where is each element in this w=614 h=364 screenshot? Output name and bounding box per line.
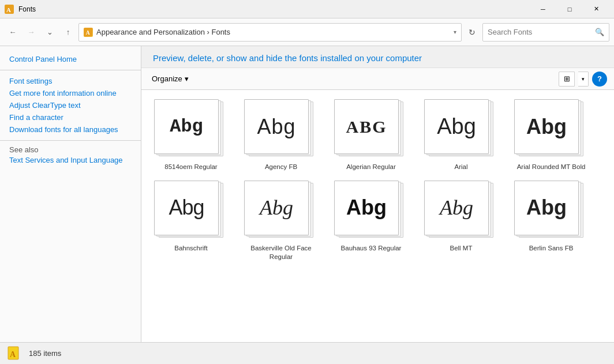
toolbar: Organize ▾ ⊞ ▾ ?: [141, 68, 614, 90]
status-icon: A: [7, 346, 23, 362]
font-preview: Abg: [514, 99, 588, 159]
organize-label: Organize: [152, 74, 182, 83]
font-label: Bauhaus 93 Regular: [341, 244, 402, 253]
sidebar-item-get-more-font-info[interactable]: Get more font information online: [0, 87, 141, 99]
font-item[interactable]: AbgAgency FB: [238, 97, 324, 174]
sidebar-item-adjust-cleartype[interactable]: Adjust ClearType text: [0, 99, 141, 111]
path-icon: A: [84, 28, 93, 37]
address-input[interactable]: A Appearance and Personalization › Fonts…: [78, 23, 462, 42]
organize-button[interactable]: Organize ▾: [148, 72, 192, 87]
status-count: 185 items: [29, 349, 61, 358]
status-bar: A 185 items: [0, 342, 614, 364]
sidebar-item-control-panel-home[interactable]: Control Panel Home: [0, 53, 141, 65]
font-preview: Abg: [514, 181, 588, 241]
font-preview: Abg: [424, 181, 498, 241]
search-icon: 🔍: [595, 28, 604, 36]
font-label: Bell MT: [450, 244, 473, 253]
sidebar: Control Panel Home Font settings Get mor…: [0, 46, 141, 342]
font-label: Arial: [454, 163, 467, 171]
font-preview: Abg: [154, 99, 228, 159]
font-item[interactable]: AbgBahnschrift: [148, 178, 234, 264]
font-label: Agency FB: [265, 163, 297, 171]
page-front: Abg: [244, 99, 309, 154]
maximize-button[interactable]: □: [556, 0, 583, 18]
page-front: Abg: [514, 181, 579, 235]
recent-locations-button[interactable]: ⌄: [42, 24, 58, 40]
svg-text:A: A: [10, 350, 16, 359]
page-front: Abg: [334, 181, 399, 235]
title-bar: A Fonts ─ □ ✕: [0, 0, 614, 18]
page-front: Abg: [514, 99, 579, 154]
svg-text:A: A: [6, 6, 11, 13]
page-front: Abg: [154, 99, 219, 154]
forward-button[interactable]: →: [23, 24, 39, 40]
font-item[interactable]: Abg8514oem Regular: [148, 97, 234, 174]
sidebar-divider-1: [0, 70, 141, 70]
help-button[interactable]: ?: [592, 72, 607, 87]
font-label: Berlin Sans FB: [529, 244, 574, 253]
font-preview: Abg: [244, 181, 318, 241]
back-button[interactable]: ←: [5, 24, 21, 40]
search-box[interactable]: 🔍: [482, 23, 609, 42]
font-item[interactable]: AbgArial: [418, 97, 504, 174]
app-icon: A: [5, 5, 14, 14]
see-also-heading: See also: [0, 140, 48, 156]
window-controls: ─ □ ✕: [530, 0, 609, 18]
font-item[interactable]: AbgBell MT: [418, 178, 504, 264]
address-bar: ← → ⌄ ↑ A Appearance and Personalization…: [0, 18, 614, 46]
font-grid: Abg8514oem RegularAbgAgency FBABGAlgeria…: [141, 90, 614, 342]
font-item[interactable]: AbgBauhaus 93 Regular: [328, 178, 414, 264]
sidebar-item-text-services[interactable]: Text Services and Input Language: [0, 154, 141, 166]
search-input[interactable]: [488, 28, 591, 36]
font-preview: Abg: [154, 181, 228, 241]
page-front: Abg: [244, 181, 309, 235]
view-dropdown[interactable]: ▾: [578, 72, 589, 87]
font-label: Baskerville Old Face Regular: [241, 244, 321, 261]
svg-text:A: A: [86, 29, 90, 36]
font-item[interactable]: AbgArial Rounded MT Bold: [508, 97, 594, 174]
page-front: ABG: [334, 99, 399, 154]
organize-chevron: ▾: [185, 74, 189, 83]
content-header: Preview, delete, or show and hide the fo…: [141, 46, 614, 68]
font-preview: ABG: [334, 99, 408, 159]
sidebar-item-download-fonts[interactable]: Download fonts for all languages: [0, 123, 141, 136]
font-item[interactable]: ABGAlgerian Regular: [328, 97, 414, 174]
font-label: Algerian Regular: [346, 163, 396, 171]
main-layout: Control Panel Home Font settings Get mor…: [0, 46, 614, 342]
page-front: Abg: [424, 181, 489, 235]
sidebar-item-find-character[interactable]: Find a character: [0, 111, 141, 123]
page-front: Abg: [154, 181, 219, 235]
content-area: Preview, delete, or show and hide the fo…: [141, 46, 614, 342]
font-label: Bahnschrift: [174, 244, 208, 253]
up-button[interactable]: ↑: [60, 24, 76, 40]
address-chevron: ▾: [454, 29, 456, 35]
address-path: Appearance and Personalization › Fonts: [96, 28, 230, 36]
close-button[interactable]: ✕: [583, 0, 609, 18]
page-front: Abg: [424, 99, 489, 154]
font-item[interactable]: AbgBaskerville Old Face Regular: [238, 178, 324, 264]
window-title: Fonts: [18, 5, 530, 13]
refresh-button[interactable]: ↻: [464, 24, 480, 40]
font-item[interactable]: AbgBerlin Sans FB: [508, 178, 594, 264]
view-button[interactable]: ⊞: [559, 72, 575, 87]
sidebar-item-font-settings[interactable]: Font settings: [0, 75, 141, 87]
font-label: 8514oem Regular: [164, 163, 217, 171]
font-label: Arial Rounded MT Bold: [517, 163, 586, 171]
minimize-button[interactable]: ─: [530, 0, 556, 18]
font-preview: Abg: [424, 99, 498, 159]
font-preview: Abg: [334, 181, 408, 241]
font-preview: Abg: [244, 99, 318, 159]
